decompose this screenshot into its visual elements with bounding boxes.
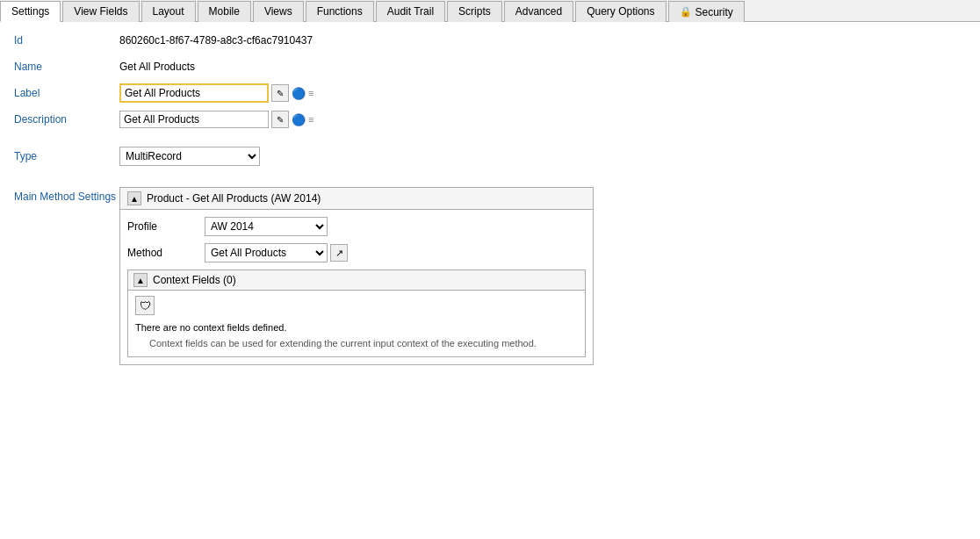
tab-mobile[interactable]: Mobile xyxy=(198,1,251,22)
shield-icon: 🛡 xyxy=(140,299,151,313)
name-row: Name Get All Products xyxy=(14,57,966,76)
description-input-group: ✎ 🔵 ≡ xyxy=(119,111,313,128)
tab-scripts[interactable]: Scripts xyxy=(447,1,502,22)
description-row: Description ✎ 🔵 ≡ xyxy=(14,110,966,129)
type-label: Type xyxy=(14,150,119,162)
method-select-group: Get All Products ↗ xyxy=(205,243,348,262)
context-fields-title: Context Fields (0) xyxy=(153,274,236,286)
tab-advanced[interactable]: Advanced xyxy=(504,1,573,22)
method-navigate-button[interactable]: ↗ xyxy=(330,244,348,262)
description-label: Description xyxy=(14,113,119,126)
method-collapse-button[interactable]: ▲ xyxy=(127,191,141,205)
method-box-title: Product - Get All Products (AW 2014) xyxy=(147,192,321,205)
context-add-button[interactable]: 🛡 xyxy=(135,296,155,315)
id-value: 860260c1-8f67-4789-a8c3-cf6ac7910437 xyxy=(119,34,313,47)
context-fields-content: 🛡 There are no context fields defined. C… xyxy=(128,291,585,356)
context-fields-collapse-button[interactable]: ▲ xyxy=(133,273,148,287)
tab-view-fields[interactable]: View Fields xyxy=(62,1,139,22)
tab-bar: Settings View Fields Layout Mobile Views… xyxy=(0,0,980,22)
type-row: Type MultiRecord xyxy=(14,147,966,166)
profile-label: Profile xyxy=(127,220,198,233)
id-label: Id xyxy=(14,34,119,47)
id-row: Id 860260c1-8f67-4789-a8c3-cf6ac7910437 xyxy=(14,31,966,50)
tab-audit-trail[interactable]: Audit Trail xyxy=(376,1,445,22)
context-fields-header: ▲ Context Fields (0) xyxy=(128,270,585,291)
label-label: Label xyxy=(14,87,119,99)
label-extra-icon: ≡ xyxy=(308,88,313,98)
label-row: Label ✎ 🔵 ≡ xyxy=(14,83,966,103)
lock-icon: 🔒 xyxy=(680,6,692,18)
method-row: Method Get All Products ↗ xyxy=(127,243,586,262)
profile-select-group: AW 2014 xyxy=(205,217,328,236)
method-box-header: ▲ Product - Get All Products (AW 2014) xyxy=(120,188,593,210)
no-context-text: There are no context fields defined. xyxy=(135,320,578,336)
tab-query-options[interactable]: Query Options xyxy=(575,1,666,22)
description-edit-button[interactable]: ✎ xyxy=(271,111,289,128)
profile-row: Profile AW 2014 xyxy=(127,217,586,236)
context-info: There are no context fields defined. Con… xyxy=(135,320,578,351)
tab-views[interactable]: Views xyxy=(253,1,304,22)
context-hint-text: Context fields can be used for extending… xyxy=(149,336,578,352)
label-info-icon: 🔵 xyxy=(292,87,306,100)
name-value: Get All Products xyxy=(119,61,195,73)
type-select[interactable]: MultiRecord xyxy=(119,147,260,166)
type-select-group: MultiRecord xyxy=(119,147,260,166)
main-method-label: Main Method Settings xyxy=(14,187,119,365)
description-extra-icon: ≡ xyxy=(308,114,313,125)
tab-security[interactable]: 🔒 Security xyxy=(668,1,745,22)
profile-select[interactable]: AW 2014 xyxy=(205,217,328,236)
label-input[interactable] xyxy=(119,83,269,103)
name-label: Name xyxy=(14,61,119,73)
label-input-group: ✎ 🔵 ≡ xyxy=(119,83,313,103)
label-edit-button[interactable]: ✎ xyxy=(271,84,289,102)
description-info-icon: 🔵 xyxy=(292,113,306,126)
description-input[interactable] xyxy=(119,111,269,128)
method-label: Method xyxy=(127,247,198,259)
method-box: ▲ Product - Get All Products (AW 2014) P… xyxy=(119,187,594,365)
context-fields-box: ▲ Context Fields (0) 🛡 There are no cont… xyxy=(127,270,586,357)
tab-functions[interactable]: Functions xyxy=(306,1,374,22)
main-method-section: Main Method Settings ▲ Product - Get All… xyxy=(14,187,966,365)
method-select[interactable]: Get All Products xyxy=(205,243,328,262)
tab-layout[interactable]: Layout xyxy=(141,1,196,22)
settings-content: Id 860260c1-8f67-4789-a8c3-cf6ac7910437 … xyxy=(0,22,980,374)
tab-settings[interactable]: Settings xyxy=(0,1,61,22)
method-box-content: Profile AW 2014 Method Get All Products xyxy=(120,210,593,364)
